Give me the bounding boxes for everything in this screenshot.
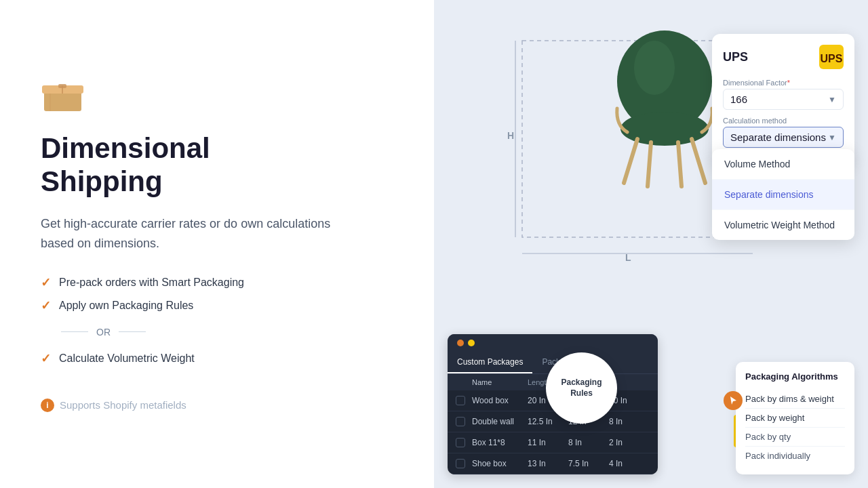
algorithms-title: Packaging Algorithms [745,371,845,382]
feature-item-2: ✓ Apply own Packaging Rules [41,298,393,313]
svg-line-14 [624,139,637,183]
calculation-method-dropdown-menu[interactable]: Volume Method Separate dimensions Volume… [712,149,854,240]
svg-line-17 [692,139,705,183]
row2-checkbox[interactable] [456,417,465,426]
dropdown-item-volumetric-weight[interactable]: Volumetric Weight Method [712,210,854,240]
algorithm-item-1[interactable]: Pack by dims & weight [745,390,845,409]
cursor-icon [724,391,743,410]
description-text: Get high-accurate carrier rates or do ow… [41,214,366,253]
row1-checkbox[interactable] [456,396,465,405]
svg-line-15 [648,142,651,186]
dim-factor-arrow: ▼ [828,95,836,104]
row4-height: 4 In [609,459,650,468]
check-icon-2: ✓ [41,298,51,313]
features-list: ✓ Pre-pack orders with Smart Packaging ✓… [41,275,393,366]
page-title: Dimensional Shipping [41,132,393,198]
check-icon-3: ✓ [41,351,51,366]
ups-header: UPS UPS [723,45,844,69]
feature-item-3: ✓ Calculate Volumetric Weight [41,351,393,366]
calc-method-label: Calculation method [723,117,844,125]
packaging-rules-bubble[interactable]: Packaging Rules [546,352,617,424]
algorithms-card: Packaging Algorithms Pack by dims & weig… [736,362,854,474]
algorithm-item-2[interactable]: Pack by weight [745,409,845,428]
check-icon-1: ✓ [41,275,51,290]
dropdown-item-volume[interactable]: Volume Method [712,149,854,180]
table-row: Box 11*8 11 In 8 In 2 In [448,432,658,453]
calc-method-arrow: ▼ [828,133,836,142]
box-icon [41,76,393,132]
svg-text:UPS: UPS [821,53,843,64]
dim-factor-label: Dimensional Factor* [723,79,844,87]
svg-point-18 [634,41,675,95]
dropdown-item-separate[interactable]: Separate dimensions [712,180,854,210]
or-divider: OR [41,327,393,338]
dim-factor-dropdown[interactable]: 166 ▼ [723,89,844,110]
tab-custom-packages[interactable]: Custom Packages [448,352,532,373]
row3-height: 2 In [609,438,650,447]
left-panel: Dimensional Shipping Get high-accurate c… [0,0,434,488]
row4-width: 7.5 In [568,459,609,468]
col-checkbox [456,378,472,386]
right-panel: H L W [434,0,868,488]
row4-length: 13 In [528,459,568,468]
row3-checkbox[interactable] [456,438,465,447]
ups-title: UPS [723,50,748,64]
info-icon: i [41,399,54,412]
dot-orange [457,340,464,346]
row2-height: 8 In [609,417,650,426]
row1-name: Wood box [472,396,528,405]
calc-method-dropdown[interactable]: Separate dimensions ▼ [723,127,844,148]
table-row: Double wall 12.5 In 12 In 8 In [448,411,658,432]
feature-item-1: ✓ Pre-pack orders with Smart Packaging [41,275,393,290]
ups-card: UPS UPS Dimensional Factor* 166 ▼ Calcul… [712,34,854,165]
dot-yellow [468,340,475,346]
col-name: Name [472,378,528,386]
row4-checkbox[interactable] [456,459,465,468]
row3-length: 11 In [528,438,568,447]
svg-line-16 [678,142,682,186]
row2-name: Double wall [472,417,528,426]
algorithm-item-4[interactable]: Pack individually [745,447,845,465]
table-row: Shoe box 13 In 7.5 In 4 In [448,453,658,474]
row4-name: Shoe box [472,459,528,468]
row3-width: 8 In [568,438,609,447]
or-line-right [119,331,146,332]
svg-point-13 [620,112,709,146]
row3-name: Box 11*8 [472,438,528,447]
svg-rect-3 [58,84,66,88]
metafields-note: i Supports Shopify metafields [41,399,393,412]
svg-text:H: H [507,130,514,141]
ups-logo: UPS [819,45,844,69]
card-title-bar [448,334,658,352]
svg-rect-0 [44,91,81,111]
or-line-left [61,331,88,332]
algorithm-item-3[interactable]: Pack by qty [745,428,845,447]
